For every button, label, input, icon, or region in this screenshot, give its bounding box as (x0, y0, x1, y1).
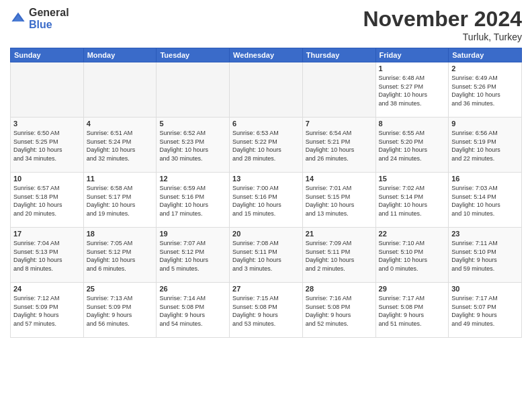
day-info: Sunrise: 6:54 AM Sunset: 5:21 PM Dayligh… (306, 129, 373, 163)
header: General Blue November 2024 Turluk, Turke… (10, 7, 522, 42)
day-number: 9 (451, 120, 519, 128)
calendar-cell: 9Sunrise: 6:56 AM Sunset: 5:19 PM Daylig… (449, 118, 522, 173)
calendar-cell: 10Sunrise: 6:57 AM Sunset: 5:18 PM Dayli… (11, 173, 84, 228)
calendar-cell: 17Sunrise: 7:04 AM Sunset: 5:13 PM Dayli… (11, 228, 84, 283)
day-info: Sunrise: 6:52 AM Sunset: 5:23 PM Dayligh… (159, 129, 226, 163)
day-number: 22 (379, 230, 446, 238)
calendar-cell: 26Sunrise: 7:14 AM Sunset: 5:08 PM Dayli… (157, 283, 230, 338)
header-wednesday: Wednesday (230, 48, 303, 62)
calendar-cell (83, 62, 157, 118)
page: General Blue November 2024 Turluk, Turke… (0, 0, 532, 411)
day-info: Sunrise: 6:48 AM Sunset: 5:27 PM Dayligh… (379, 74, 446, 107)
calendar-cell: 3Sunrise: 6:50 AM Sunset: 5:25 PM Daylig… (11, 118, 84, 173)
calendar-cell: 6Sunrise: 6:53 AM Sunset: 5:22 PM Daylig… (230, 118, 303, 173)
day-info: Sunrise: 7:00 AM Sunset: 5:16 PM Dayligh… (232, 184, 300, 218)
header-tuesday: Tuesday (157, 48, 230, 62)
week-row-2: 10Sunrise: 6:57 AM Sunset: 5:18 PM Dayli… (11, 173, 522, 228)
calendar-cell: 27Sunrise: 7:15 AM Sunset: 5:08 PM Dayli… (230, 283, 303, 338)
calendar-cell: 14Sunrise: 7:01 AM Sunset: 5:15 PM Dayli… (302, 173, 375, 228)
day-number: 19 (159, 230, 226, 238)
day-info: Sunrise: 7:12 AM Sunset: 5:09 PM Dayligh… (13, 294, 81, 328)
day-info: Sunrise: 6:49 AM Sunset: 5:26 PM Dayligh… (451, 74, 519, 107)
week-row-3: 17Sunrise: 7:04 AM Sunset: 5:13 PM Dayli… (11, 228, 522, 283)
day-number: 15 (379, 175, 446, 183)
day-info: Sunrise: 7:16 AM Sunset: 5:08 PM Dayligh… (306, 294, 373, 328)
calendar-cell: 1Sunrise: 6:48 AM Sunset: 5:27 PM Daylig… (375, 62, 449, 118)
calendar-cell: 7Sunrise: 6:54 AM Sunset: 5:21 PM Daylig… (302, 118, 375, 173)
calendar-cell (302, 62, 375, 118)
day-info: Sunrise: 7:17 AM Sunset: 5:08 PM Dayligh… (379, 294, 446, 328)
calendar-cell: 19Sunrise: 7:07 AM Sunset: 5:12 PM Dayli… (157, 228, 230, 283)
day-number: 26 (159, 285, 226, 293)
day-number: 2 (451, 64, 519, 73)
calendar: SundayMondayTuesdayWednesdayThursdayFrid… (10, 48, 522, 338)
calendar-header-row: SundayMondayTuesdayWednesdayThursdayFrid… (11, 48, 522, 62)
day-number: 25 (87, 285, 154, 293)
day-info: Sunrise: 7:02 AM Sunset: 5:14 PM Dayligh… (379, 184, 446, 218)
day-info: Sunrise: 7:04 AM Sunset: 5:13 PM Dayligh… (13, 239, 81, 273)
day-info: Sunrise: 7:07 AM Sunset: 5:12 PM Dayligh… (159, 239, 226, 273)
header-thursday: Thursday (302, 48, 375, 62)
calendar-cell: 5Sunrise: 6:52 AM Sunset: 5:23 PM Daylig… (157, 118, 230, 173)
day-info: Sunrise: 6:58 AM Sunset: 5:17 PM Dayligh… (87, 184, 154, 218)
day-number: 8 (379, 120, 446, 128)
logo-text: General Blue (29, 7, 69, 30)
calendar-cell (157, 62, 230, 118)
week-row-0: 1Sunrise: 6:48 AM Sunset: 5:27 PM Daylig… (11, 62, 522, 118)
day-info: Sunrise: 7:10 AM Sunset: 5:10 PM Dayligh… (379, 239, 446, 273)
day-number: 17 (13, 230, 81, 238)
calendar-cell: 15Sunrise: 7:02 AM Sunset: 5:14 PM Dayli… (375, 173, 449, 228)
calendar-cell: 18Sunrise: 7:05 AM Sunset: 5:12 PM Dayli… (83, 228, 157, 283)
day-number: 13 (232, 175, 300, 183)
day-number: 23 (451, 230, 519, 238)
header-sunday: Sunday (11, 48, 84, 62)
day-info: Sunrise: 6:51 AM Sunset: 5:24 PM Dayligh… (87, 129, 154, 163)
day-number: 12 (159, 175, 226, 183)
day-number: 28 (306, 285, 373, 293)
logo-blue: Blue (29, 19, 69, 31)
day-number: 5 (159, 120, 226, 128)
day-info: Sunrise: 7:17 AM Sunset: 5:07 PM Dayligh… (451, 294, 519, 328)
calendar-cell: 30Sunrise: 7:17 AM Sunset: 5:07 PM Dayli… (449, 283, 522, 338)
logo-icon (10, 11, 26, 27)
day-info: Sunrise: 6:55 AM Sunset: 5:20 PM Dayligh… (379, 129, 446, 163)
day-info: Sunrise: 7:14 AM Sunset: 5:08 PM Dayligh… (159, 294, 226, 328)
calendar-cell: 25Sunrise: 7:13 AM Sunset: 5:09 PM Dayli… (83, 283, 157, 338)
day-info: Sunrise: 6:56 AM Sunset: 5:19 PM Dayligh… (451, 129, 519, 163)
day-number: 27 (232, 285, 300, 293)
calendar-cell: 8Sunrise: 6:55 AM Sunset: 5:20 PM Daylig… (375, 118, 449, 173)
calendar-cell (230, 62, 303, 118)
day-info: Sunrise: 6:50 AM Sunset: 5:25 PM Dayligh… (13, 129, 81, 163)
calendar-cell: 16Sunrise: 7:03 AM Sunset: 5:14 PM Dayli… (449, 173, 522, 228)
calendar-cell: 23Sunrise: 7:11 AM Sunset: 5:10 PM Dayli… (449, 228, 522, 283)
calendar-cell: 28Sunrise: 7:16 AM Sunset: 5:08 PM Dayli… (302, 283, 375, 338)
day-number: 30 (451, 285, 519, 293)
calendar-cell: 12Sunrise: 6:59 AM Sunset: 5:16 PM Dayli… (157, 173, 230, 228)
calendar-cell: 29Sunrise: 7:17 AM Sunset: 5:08 PM Dayli… (375, 283, 449, 338)
calendar-cell: 11Sunrise: 6:58 AM Sunset: 5:17 PM Dayli… (83, 173, 157, 228)
month-title: November 2024 (363, 7, 522, 32)
day-info: Sunrise: 7:09 AM Sunset: 5:11 PM Dayligh… (306, 239, 373, 273)
day-number: 7 (306, 120, 373, 128)
header-friday: Friday (375, 48, 449, 62)
day-number: 20 (232, 230, 300, 238)
day-number: 4 (87, 120, 154, 128)
header-monday: Monday (83, 48, 157, 62)
day-number: 6 (232, 120, 300, 128)
calendar-cell: 22Sunrise: 7:10 AM Sunset: 5:10 PM Dayli… (375, 228, 449, 283)
day-number: 10 (13, 175, 81, 183)
day-number: 14 (306, 175, 373, 183)
header-saturday: Saturday (449, 48, 522, 62)
day-number: 21 (306, 230, 373, 238)
day-info: Sunrise: 7:01 AM Sunset: 5:15 PM Dayligh… (306, 184, 373, 218)
day-info: Sunrise: 7:08 AM Sunset: 5:11 PM Dayligh… (232, 239, 300, 273)
day-info: Sunrise: 6:57 AM Sunset: 5:18 PM Dayligh… (13, 184, 81, 218)
logo: General Blue (10, 7, 69, 30)
day-info: Sunrise: 7:13 AM Sunset: 5:09 PM Dayligh… (87, 294, 154, 328)
calendar-cell (11, 62, 84, 118)
day-info: Sunrise: 7:15 AM Sunset: 5:08 PM Dayligh… (232, 294, 300, 328)
calendar-cell: 2Sunrise: 6:49 AM Sunset: 5:26 PM Daylig… (449, 62, 522, 118)
calendar-cell: 4Sunrise: 6:51 AM Sunset: 5:24 PM Daylig… (83, 118, 157, 173)
week-row-4: 24Sunrise: 7:12 AM Sunset: 5:09 PM Dayli… (11, 283, 522, 338)
logo-general: General (29, 7, 69, 19)
